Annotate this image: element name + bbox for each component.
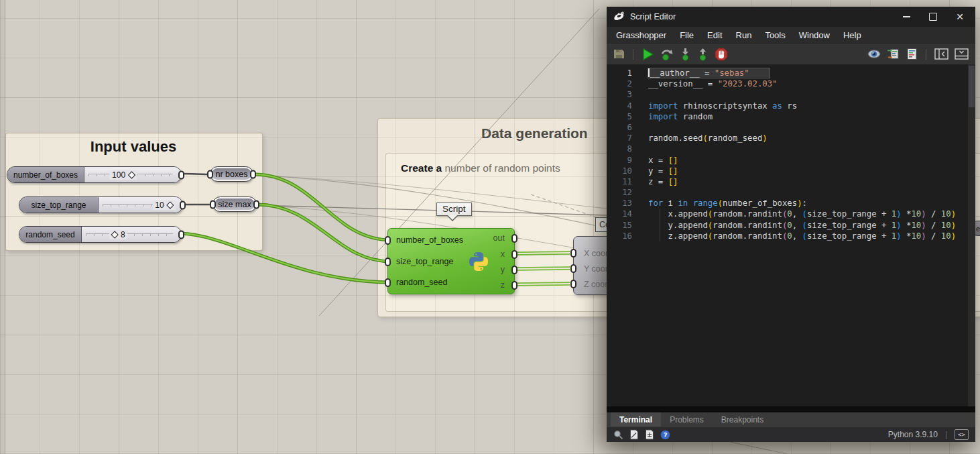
- slider-grip[interactable]: [111, 231, 118, 238]
- tab-terminal[interactable]: Terminal: [611, 412, 661, 427]
- run-icon[interactable]: [641, 48, 654, 61]
- script-component[interactable]: number_of_boxessize_top_rangerandom_seed…: [387, 228, 515, 294]
- menu-window[interactable]: Window: [792, 29, 837, 42]
- code-line[interactable]: y = []: [648, 166, 956, 176]
- new-file-icon[interactable]: [629, 429, 639, 440]
- script-output-nub[interactable]: [511, 234, 517, 243]
- script-output-nub[interactable]: [511, 250, 517, 259]
- code-line[interactable]: y.append(random.randint(0, (size_top_ran…: [648, 220, 956, 231]
- tab-problems[interactable]: Problems: [661, 412, 713, 427]
- code-token: random.randint: [713, 231, 782, 241]
- code-line[interactable]: import random: [648, 111, 956, 122]
- slider-track[interactable]: 8: [82, 227, 181, 242]
- code-token: []: [668, 156, 678, 165]
- script-output-nub[interactable]: [511, 266, 517, 274]
- template-file-icon[interactable]: [645, 429, 654, 440]
- script-output-nub[interactable]: [511, 281, 517, 290]
- menu-tools[interactable]: Tools: [758, 29, 792, 42]
- coord-input-nub[interactable]: [570, 280, 576, 288]
- slider-output-nub[interactable]: [178, 170, 184, 179]
- step-out-icon[interactable]: [697, 48, 709, 61]
- text-cursor: [648, 68, 650, 77]
- rhino-icon: 8: [613, 11, 625, 22]
- code-lines[interactable]: __author__ = "sebas"__version__ = "2023.…: [640, 64, 956, 406]
- script-input-nub[interactable]: [385, 236, 391, 245]
- slider-grip[interactable]: [166, 201, 174, 209]
- code-line[interactable]: for i in range(number_of_boxes):: [648, 198, 956, 209]
- console-icon[interactable]: <>: [955, 429, 969, 440]
- save-icon[interactable]: [613, 48, 625, 60]
- script-output-x[interactable]: x: [501, 249, 505, 259]
- step-in-icon[interactable]: [680, 48, 691, 61]
- code-line[interactable]: z.append(random.randint(0, (size_top_ran…: [648, 231, 956, 241]
- preview-eye-icon[interactable]: [867, 50, 881, 58]
- tab-breakpoints[interactable]: Breakpoints: [713, 412, 772, 427]
- code-line[interactable]: z = []: [648, 176, 956, 187]
- script-output-z[interactable]: z: [501, 280, 505, 290]
- code-line[interactable]: x = []: [648, 155, 956, 166]
- relay-output-nub[interactable]: [253, 200, 259, 209]
- slider-output-nub[interactable]: [178, 230, 184, 239]
- script-output-y[interactable]: y: [501, 265, 505, 274]
- slider-grip[interactable]: [127, 171, 135, 178]
- code-line[interactable]: __author__ = "sebas": [648, 68, 956, 78]
- slider-value-text: 10: [155, 201, 164, 210]
- code-line[interactable]: x.append(random.randint(0, (size_top_ran…: [648, 209, 956, 219]
- menu-edit[interactable]: Edit: [700, 29, 729, 42]
- line-number: 10: [607, 166, 632, 176]
- code-editor[interactable]: 12345678910111213141516 __author__ = "se…: [607, 64, 975, 406]
- code-token: ): [951, 209, 956, 219]
- slider-size_top_range[interactable]: size_top_range10: [19, 196, 183, 213]
- code-line[interactable]: random.seed(random_seed): [648, 133, 956, 144]
- relay-size-max[interactable]: size max: [212, 196, 257, 212]
- minimize-button[interactable]: [902, 12, 911, 21]
- code-line[interactable]: import rhinoscriptsyntax as rs: [648, 101, 956, 111]
- slider-number_of_boxes[interactable]: number_of_boxes100: [7, 166, 182, 183]
- rerun-icon[interactable]: [660, 48, 674, 61]
- coord-input-nub[interactable]: [570, 264, 576, 273]
- stop-icon[interactable]: [715, 48, 728, 61]
- menu-help[interactable]: Help: [837, 29, 868, 42]
- sync-document-icon[interactable]: [887, 48, 900, 60]
- code-token: /: [926, 221, 941, 230]
- toggle-panel-left-icon[interactable]: [934, 48, 948, 60]
- help-icon[interactable]: ?: [660, 430, 670, 440]
- code-token: ): [896, 209, 901, 219]
- slider-track[interactable]: 10: [99, 197, 182, 213]
- scrollbar-thumb[interactable]: [969, 66, 975, 107]
- relay-input-nub[interactable]: [207, 170, 213, 178]
- relay-input-nub[interactable]: [210, 200, 216, 209]
- code-line[interactable]: __version__ = "2023.02.03": [648, 78, 956, 89]
- relay-output-nub[interactable]: [250, 170, 256, 178]
- slider-output-nub[interactable]: [180, 201, 186, 209]
- script-output-out[interactable]: out: [493, 233, 505, 243]
- editor-titlebar[interactable]: 8 Script Editor ✕: [607, 7, 975, 27]
- python-version-label[interactable]: Python 3.9.10: [888, 430, 938, 439]
- format-document-icon[interactable]: [906, 48, 918, 60]
- menu-file[interactable]: File: [673, 29, 700, 42]
- script-input-size_top_range[interactable]: size_top_range: [396, 257, 453, 266]
- code-line[interactable]: [648, 122, 956, 133]
- menu-grasshopper[interactable]: Grasshopper: [609, 29, 673, 42]
- code-line[interactable]: [648, 187, 956, 198]
- editor-scrollbar[interactable]: [968, 64, 975, 406]
- relay-nr-boxes[interactable]: nr boxes: [210, 166, 253, 182]
- terminal-panel[interactable]: [607, 406, 975, 412]
- maximize-button[interactable]: [928, 12, 938, 21]
- script-input-nub[interactable]: [385, 258, 391, 266]
- menu-run[interactable]: Run: [729, 29, 759, 42]
- line-number: 8: [607, 144, 632, 154]
- search-icon[interactable]: [613, 430, 623, 440]
- script-input-nub[interactable]: [385, 278, 391, 287]
- slider-random_seed[interactable]: random_seed8: [19, 226, 182, 243]
- script-editor-window[interactable]: 8 Script Editor ✕ GrasshopperFileEditRun…: [607, 7, 975, 442]
- toggle-panel-bottom-icon[interactable]: [955, 48, 969, 60]
- coord-input-nub[interactable]: [570, 249, 576, 258]
- relay-label: size max: [215, 198, 255, 210]
- close-button[interactable]: ✕: [955, 12, 965, 21]
- slider-track[interactable]: 100: [84, 167, 181, 182]
- code-line[interactable]: [648, 89, 956, 100]
- script-input-number_of_boxes[interactable]: number_of_boxes: [396, 235, 463, 245]
- code-line[interactable]: [648, 144, 956, 154]
- script-input-random_seed[interactable]: random_seed: [396, 278, 447, 287]
